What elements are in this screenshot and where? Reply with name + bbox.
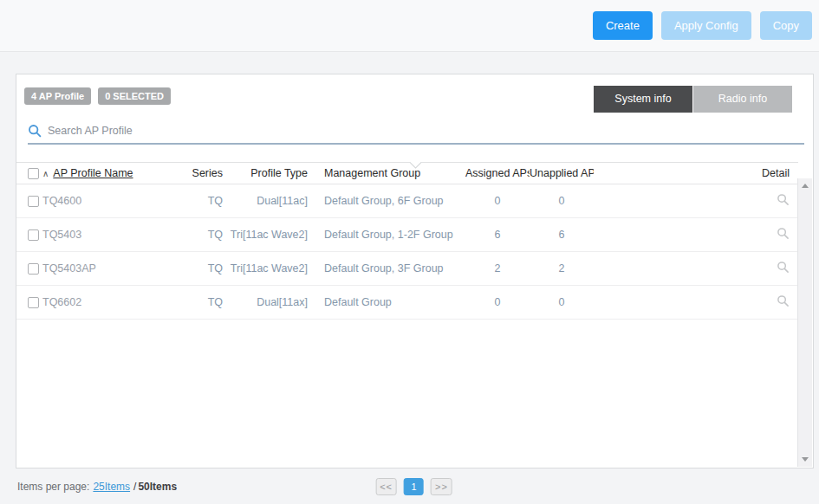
pagination: << 1 >> <box>375 478 452 495</box>
ap-profile-panel: 4 AP Profile 0 SELECTED System info Radi… <box>16 74 814 468</box>
detail-magnifier-icon[interactable] <box>777 294 790 307</box>
sort-ascending-icon: ∧ <box>42 169 49 178</box>
cell-assigned-aps: 6 <box>465 229 530 241</box>
tab-radio-info[interactable]: Radio info <box>693 86 792 113</box>
total-items-label: 50Items <box>138 481 177 493</box>
apply-config-button[interactable]: Apply Config <box>661 11 751 40</box>
cell-unapplied-aps: 6 <box>530 229 594 241</box>
pagination-prev-button[interactable]: << <box>375 478 397 495</box>
cell-profile-name: TQ6602 <box>42 296 181 308</box>
info-tabs: System info Radio info <box>594 86 792 113</box>
tab-system-info[interactable]: System info <box>594 86 692 113</box>
header-management-group: Management Group <box>308 167 465 179</box>
header-ap-profile-name[interactable]: ∧AP Profile Name <box>42 167 181 179</box>
cell-assigned-aps: 0 <box>465 296 530 308</box>
table-row: TQ4600 TQ Dual[11ac] Default Group, 6F G… <box>16 184 798 218</box>
header-unapplied-aps: Unapplied APs <box>530 167 594 179</box>
cell-assigned-aps: 2 <box>465 262 530 275</box>
cell-assigned-aps: 0 <box>465 195 530 207</box>
panel-header: 4 AP Profile 0 SELECTED System info Radi… <box>16 74 813 115</box>
cell-management-group: Default Group, 3F Group <box>308 262 465 275</box>
create-button[interactable]: Create <box>593 11 653 40</box>
cell-profile-name: TQ4600 <box>42 195 181 207</box>
cell-series: TQ <box>181 229 223 241</box>
items-separator: / <box>133 481 136 493</box>
cell-profile-type: Tri[11ac Wave2] <box>223 262 308 275</box>
search-anchor-notch <box>408 162 422 170</box>
header-checkbox-cell <box>16 167 42 179</box>
table-row: TQ5403AP TQ Tri[11ac Wave2] Default Grou… <box>16 252 798 286</box>
detail-magnifier-icon[interactable] <box>777 227 790 240</box>
items-per-page-label: Items per page: <box>17 481 89 493</box>
profile-count-badge: 4 AP Profile <box>24 87 91 105</box>
pagination-next-button[interactable]: >> <box>431 478 452 495</box>
search-input[interactable] <box>48 125 804 137</box>
table-header: ∧AP Profile Name Series Profile Type Man… <box>16 162 798 184</box>
search-bar <box>28 122 804 145</box>
row-checkbox[interactable] <box>28 229 39 241</box>
table-row: TQ5403 TQ Tri[11ac Wave2] Default Group,… <box>16 218 798 252</box>
cell-series: TQ <box>181 262 223 275</box>
badge-group: 4 AP Profile 0 SELECTED <box>24 86 171 105</box>
header-assigned-aps: Assigned APs <box>465 167 530 179</box>
cell-unapplied-aps: 0 <box>530 195 594 207</box>
search-icon <box>28 124 42 138</box>
detail-magnifier-icon[interactable] <box>777 193 790 206</box>
row-checkbox[interactable] <box>28 196 39 207</box>
footer: Items per page:25Items/50Items << 1 >> <box>0 468 819 504</box>
detail-magnifier-icon[interactable] <box>777 261 790 274</box>
header-detail: Detail <box>594 167 798 179</box>
cell-unapplied-aps: 2 <box>530 262 594 275</box>
cell-series: TQ <box>181 296 223 308</box>
row-checkbox[interactable] <box>28 263 39 275</box>
scroll-down-icon[interactable] <box>802 457 809 462</box>
table-scrollbar[interactable] <box>797 178 812 467</box>
cell-management-group: Default Group <box>308 296 465 308</box>
cell-profile-type: Dual[11ac] <box>223 195 308 207</box>
cell-unapplied-aps: 0 <box>530 296 594 308</box>
top-toolbar: Create Apply Config Copy <box>0 0 819 52</box>
cell-series: TQ <box>181 195 223 207</box>
cell-management-group: Default Group, 1-2F Group <box>308 229 465 241</box>
select-all-checkbox[interactable] <box>28 168 39 179</box>
table-row: TQ6602 TQ Dual[11ax] Default Group 0 0 <box>16 286 798 320</box>
cell-profile-name: TQ5403AP <box>42 262 181 275</box>
cell-profile-name: TQ5403 <box>42 229 181 241</box>
selected-count-badge: 0 SELECTED <box>98 87 171 105</box>
page-size-link[interactable]: 25Items <box>93 481 130 493</box>
scroll-up-icon[interactable] <box>802 184 809 188</box>
row-checkbox[interactable] <box>28 297 39 308</box>
copy-button[interactable]: Copy <box>760 11 812 40</box>
items-per-page: Items per page:25Items/50Items <box>17 481 177 493</box>
header-series: Series <box>181 167 223 179</box>
cell-management-group: Default Group, 6F Group <box>308 195 465 207</box>
cell-profile-type: Dual[11ax] <box>223 296 308 308</box>
header-profile-type: Profile Type <box>223 167 308 179</box>
pagination-current-page[interactable]: 1 <box>404 478 424 495</box>
cell-profile-type: Tri[11ac Wave2] <box>223 229 308 241</box>
